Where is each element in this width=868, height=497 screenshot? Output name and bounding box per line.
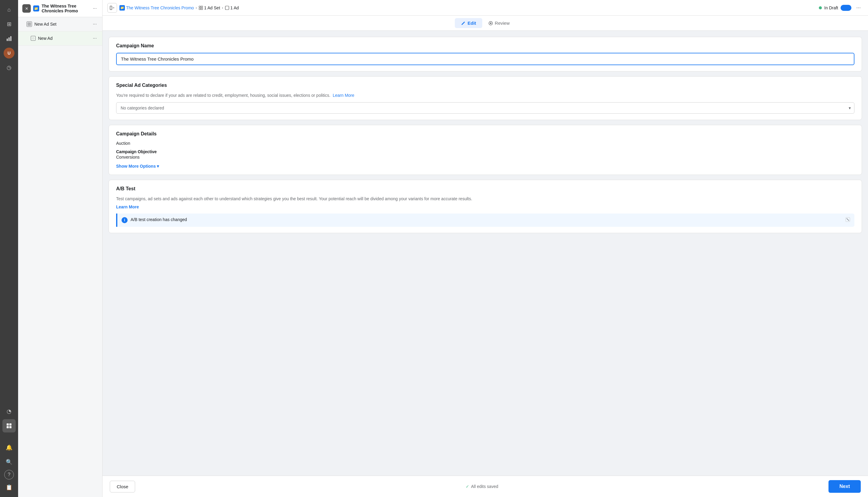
breadcrumb-sep-1: › [196, 6, 197, 10]
edit-tab[interactable]: Edit [455, 18, 482, 28]
sidebar-item-ad[interactable]: □ New Ad ··· [18, 31, 102, 45]
ab-notice-dismiss-btn[interactable] [845, 217, 850, 223]
breadcrumb-ad-label: 1 Ad [230, 5, 239, 10]
show-more-options-btn[interactable]: Show More Options ▾ [116, 164, 854, 169]
breadcrumb: 📁 The Witness Tree Chronicles Promo › 1 … [119, 5, 816, 11]
objective-value: Conversions [116, 155, 854, 159]
avatar[interactable]: U [2, 46, 16, 60]
special-ad-categories-title: Special Ad Categories [116, 83, 854, 88]
campaign-name-input[interactable] [116, 53, 854, 65]
breadcrumb-campaign-name: The Witness Tree Chronicles Promo [126, 5, 194, 10]
saved-indicator: ✓ All edits saved [466, 484, 498, 489]
sidebar-close-btn[interactable]: ✕ [22, 4, 31, 13]
chart-icon[interactable] [2, 32, 16, 45]
campaign-folder-icon: 📁 [33, 5, 39, 12]
clock-icon[interactable]: ◷ [2, 61, 16, 74]
svg-rect-0 [6, 39, 8, 41]
campaign-details-title: Campaign Details [116, 131, 854, 137]
nav-more-btn[interactable]: ··· [854, 3, 863, 12]
ab-test-card: A/B Test Test campaigns, ad sets and ads… [109, 180, 862, 233]
status-indicator-dot [819, 6, 822, 9]
svg-rect-15 [199, 8, 201, 10]
campaign-name-label: The Witness Tree Chronicles Promo [42, 4, 89, 13]
svg-rect-16 [201, 8, 203, 10]
main-area: 📁 The Witness Tree Chronicles Promo › 1 … [102, 0, 868, 497]
svg-rect-5 [6, 426, 9, 428]
special-ad-categories-card: Special Ad Categories You're required to… [109, 76, 862, 120]
table-icon[interactable] [2, 419, 16, 432]
next-button[interactable]: Next [828, 480, 861, 493]
breadcrumb-ad[interactable]: 1 Ad [225, 5, 239, 10]
ab-test-desc: Test campaigns, ad sets and ads against … [116, 196, 854, 202]
saved-check-icon: ✓ [466, 484, 469, 489]
breadcrumb-adset[interactable]: 1 Ad Set [199, 5, 220, 10]
svg-rect-13 [199, 6, 201, 8]
close-button[interactable]: Close [110, 481, 135, 493]
breadcrumb-campaign[interactable]: 📁 The Witness Tree Chronicles Promo [119, 5, 194, 11]
ab-test-title: A/B Test [116, 186, 854, 191]
special-ad-learn-more-link[interactable]: Learn More [333, 93, 354, 98]
help-icon[interactable]: ? [4, 470, 14, 480]
icon-bar: ⌂ ⊞ U ◷ ◔ 🔔 🔍 ? 📋 [0, 0, 18, 497]
auction-row: Auction [116, 141, 854, 146]
ad-more-btn[interactable]: ··· [92, 34, 98, 42]
sidebar-campaign-header: ✕ 📁 The Witness Tree Chronicles Promo ··… [18, 0, 102, 17]
sidebar: ✕ 📁 The Witness Tree Chronicles Promo ··… [18, 0, 102, 497]
svg-rect-17 [225, 6, 229, 10]
svg-rect-14 [201, 6, 203, 8]
ab-notice-banner: i A/B test creation has changed [116, 214, 854, 227]
review-tab[interactable]: Review [482, 18, 516, 28]
svg-rect-2 [10, 36, 12, 41]
svg-point-19 [490, 22, 491, 24]
category-select-wrapper: No categories declared ▾ [116, 102, 854, 114]
svg-rect-9 [28, 25, 29, 26]
bookmark-icon[interactable]: 📋 [2, 481, 16, 494]
content-area: Campaign Name Special Ad Categories You'… [102, 31, 868, 475]
show-more-arrow: ▾ [157, 164, 159, 169]
status-toggle[interactable] [841, 5, 851, 11]
ab-notice-info-icon: i [122, 217, 128, 223]
sidebar-item-adset[interactable]: New Ad Set ··· [18, 17, 102, 31]
svg-rect-3 [6, 423, 9, 426]
search-icon[interactable]: 🔍 [2, 455, 16, 469]
special-ad-categories-desc: You're required to declare if your ads a… [116, 92, 854, 99]
bottom-bar: Close ✓ All edits saved Next [102, 475, 868, 497]
collapse-btn[interactable] [108, 3, 117, 13]
adset-label: New Ad Set [34, 22, 89, 27]
svg-rect-7 [28, 23, 29, 24]
campaign-name-title: Campaign Name [116, 43, 854, 48]
campaign-details-card: Campaign Details Auction Campaign Object… [109, 125, 862, 175]
svg-rect-1 [9, 38, 10, 41]
ad-icon: □ [31, 36, 35, 41]
bell-icon[interactable]: 🔔 [2, 441, 16, 454]
top-nav: 📁 The Witness Tree Chronicles Promo › 1 … [102, 0, 868, 16]
edit-review-bar: Edit Review [102, 16, 868, 31]
campaign-name-card: Campaign Name [109, 37, 862, 71]
auction-value: Auction [116, 141, 854, 146]
campaign-more-btn[interactable]: ··· [92, 4, 98, 12]
adset-icon [27, 22, 32, 27]
campaign-bc-icon: 📁 [119, 5, 125, 11]
svg-rect-11 [110, 6, 112, 10]
saved-text: All edits saved [471, 484, 498, 489]
ad-label: New Ad [38, 36, 89, 41]
home-icon[interactable]: ⌂ [2, 3, 16, 16]
svg-rect-6 [9, 426, 12, 428]
nav-status: In Draft ··· [819, 3, 863, 12]
adset-more-btn[interactable]: ··· [92, 20, 98, 28]
svg-rect-4 [9, 423, 12, 426]
pie-icon[interactable]: ◔ [2, 405, 16, 418]
svg-line-21 [846, 218, 849, 221]
ab-notice-text: A/B test creation has changed [131, 217, 842, 222]
ab-learn-more-link[interactable]: Learn More [116, 204, 139, 209]
grid-icon[interactable]: ⊞ [2, 17, 16, 31]
category-select[interactable]: No categories declared [116, 102, 854, 114]
breadcrumb-adset-label: 1 Ad Set [204, 5, 220, 10]
objective-row: Campaign Objective Conversions [116, 149, 854, 159]
breadcrumb-sep-2: › [222, 6, 223, 10]
svg-rect-10 [30, 25, 31, 26]
status-text: In Draft [824, 5, 838, 10]
svg-rect-8 [30, 23, 31, 24]
objective-label: Campaign Objective [116, 149, 854, 154]
